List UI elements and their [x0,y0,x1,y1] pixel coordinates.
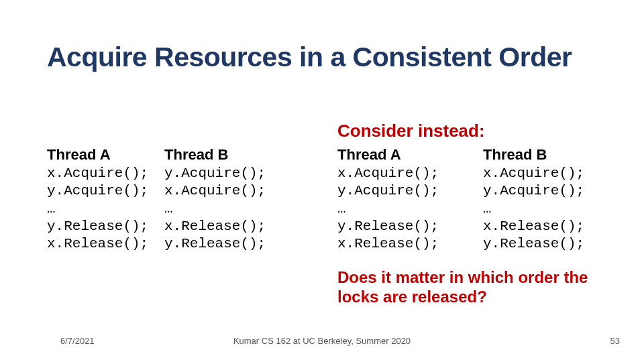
code-block: y.Acquire(); x.Acquire(); … x.Release();… [164,165,266,253]
footer-center: Kumar CS 162 at UC Berkeley, Summer 2020 [0,336,644,346]
thread-label: Thread B [164,146,266,164]
thread-label: Thread B [483,146,584,164]
code-block: x.Acquire(); y.Acquire(); … x.Release();… [483,165,584,253]
slide: Acquire Resources in a Consistent Order … [0,0,644,362]
col-left-thread-a: Thread A x.Acquire(); y.Acquire(); … y.R… [47,146,148,253]
code-block: x.Acquire(); y.Acquire(); … y.Release();… [337,165,439,253]
thread-label: Thread A [47,146,148,164]
col-right-thread-b: Thread B x.Acquire(); y.Acquire(); … x.R… [483,146,584,253]
thread-label: Thread A [337,146,439,164]
footer-page-number: 53 [610,336,620,346]
col-left-thread-b: Thread B y.Acquire(); x.Acquire(); … x.R… [164,146,266,253]
col-right-thread-a: Thread A x.Acquire(); y.Acquire(); … y.R… [337,146,439,253]
question-text: Does it matter in which order the locks … [337,268,619,307]
code-block: x.Acquire(); y.Acquire(); … y.Release();… [47,165,148,253]
subheading: Consider instead: [337,121,485,141]
page-title: Acquire Resources in a Consistent Order [47,42,572,73]
